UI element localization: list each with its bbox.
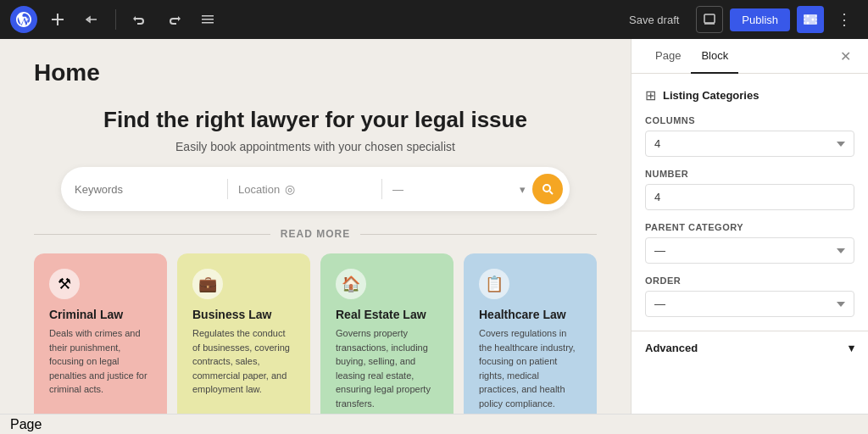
order-select[interactable]: — <box>645 291 854 317</box>
panel-close-button[interactable]: ✕ <box>837 45 854 68</box>
undo-button[interactable] <box>126 6 153 33</box>
card-desc-realestate: Governs property transactions, including… <box>336 326 438 410</box>
divider-line-right <box>360 234 597 235</box>
save-draft-button[interactable]: Save draft <box>619 8 689 31</box>
search-location-input[interactable]: Location ◎ <box>238 182 371 196</box>
search-divider-v <box>227 179 228 199</box>
toolbar: Save draft Publish ⋮ <box>0 0 868 39</box>
svg-point-12 <box>807 15 810 18</box>
svg-point-15 <box>543 185 550 192</box>
search-category-select[interactable]: — ▾ <box>392 183 526 196</box>
advanced-label: Advanced <box>645 342 698 354</box>
divider-line-left <box>34 234 270 235</box>
svg-rect-7 <box>704 14 715 23</box>
svg-line-16 <box>550 192 554 195</box>
card-title-criminal: Criminal Law <box>49 308 152 321</box>
parent-category-select[interactable]: — <box>645 237 854 264</box>
read-more-label: READ MORE <box>281 228 350 240</box>
tab-block[interactable]: Block <box>691 39 738 74</box>
card-title-healthcare: Healthcare Law <box>479 308 581 321</box>
search-go-button[interactable] <box>532 174 563 204</box>
status-page-label: Page <box>10 417 42 432</box>
category-card-realestate[interactable]: 🏠 Real Estate Law Governs property trans… <box>320 253 453 414</box>
panel-section-title: Listing Categories <box>663 89 759 102</box>
columns-select[interactable]: 4 <box>645 131 854 157</box>
svg-rect-6 <box>202 22 214 24</box>
location-text: Location <box>238 183 280 196</box>
listing-categories-icon: ⊞ <box>645 87 656 103</box>
category-card-business[interactable]: 💼 Business Law Regulates the conduct of … <box>177 253 310 414</box>
columns-label: COLUMNS <box>645 115 854 125</box>
categories-grid: ⚒ Criminal Law Deals with crimes and the… <box>34 253 597 414</box>
redo-button[interactable] <box>160 6 187 33</box>
card-desc-criminal: Deals with crimes and their punishment, … <box>49 326 152 410</box>
category-card-healthcare[interactable]: 📋 Healthcare Law Covers regulations in t… <box>464 253 597 414</box>
card-desc-healthcare: Covers regulations in the healthcare ind… <box>479 326 581 410</box>
panel-section-header: ⊞ Listing Categories <box>645 87 854 103</box>
search-divider-2 <box>381 179 382 199</box>
card-desc-business: Regulates the conduct of businesses, cov… <box>192 326 295 410</box>
card-icon-criminal: ⚒ <box>49 269 80 299</box>
tab-page[interactable]: Page <box>645 39 691 74</box>
svg-rect-4 <box>202 15 214 17</box>
svg-rect-10 <box>804 19 816 20</box>
chevron-down-icon: ▾ <box>520 183 526 196</box>
search-keyword-input[interactable] <box>75 183 217 196</box>
svg-point-14 <box>807 22 810 25</box>
card-icon-healthcare: 📋 <box>479 269 509 299</box>
publish-button[interactable]: Publish <box>730 8 790 31</box>
toolbar-divider-1 <box>115 9 116 30</box>
editor-area: Home Find the right lawyer for your lega… <box>0 39 631 414</box>
card-title-business: Business Law <box>192 308 295 321</box>
read-more-divider: READ MORE <box>34 228 597 240</box>
chevron-down-icon: ▾ <box>849 342 854 354</box>
status-bar: Page <box>0 414 868 434</box>
main-layout: Home Find the right lawyer for your lega… <box>0 39 868 414</box>
svg-rect-9 <box>804 15 816 17</box>
right-panel: Page Block ✕ ⊞ Listing Categories COLUMN… <box>631 39 868 414</box>
hero-section: Find the right lawyer for your legal iss… <box>34 107 597 211</box>
more-options-button[interactable]: ⋮ <box>831 6 858 33</box>
list-view-button[interactable] <box>194 6 221 33</box>
tools-button[interactable] <box>78 6 105 33</box>
card-title-realestate: Real Estate Law <box>336 308 438 321</box>
number-input[interactable] <box>645 184 854 210</box>
location-icon: ◎ <box>285 182 295 196</box>
number-label: NUMBER <box>645 169 854 179</box>
parent-category-label: PARENT CATEGORY <box>645 222 854 232</box>
panel-body: ⊞ Listing Categories COLUMNS 4 NUMBER PA… <box>632 74 868 331</box>
svg-rect-11 <box>804 22 816 24</box>
page-title: Home <box>34 59 597 86</box>
card-icon-business: 💼 <box>192 269 223 299</box>
hero-title: Find the right lawyer for your legal iss… <box>34 107 597 133</box>
order-label: ORDER <box>645 275 854 286</box>
category-text: — <box>392 183 403 196</box>
card-icon-realestate: 🏠 <box>336 269 366 299</box>
wp-logo[interactable] <box>10 6 37 33</box>
svg-point-13 <box>812 19 815 21</box>
svg-rect-1 <box>52 19 64 20</box>
svg-rect-5 <box>202 19 214 20</box>
hero-subtitle: Easily book appointments with your chose… <box>34 140 597 153</box>
search-bar: Location ◎ — ▾ <box>61 167 570 211</box>
settings-button[interactable] <box>797 6 824 33</box>
preview-button[interactable] <box>696 6 723 33</box>
panel-tabs: Page Block ✕ <box>632 39 868 74</box>
category-card-criminal[interactable]: ⚒ Criminal Law Deals with crimes and the… <box>34 253 167 414</box>
advanced-section[interactable]: Advanced ▾ <box>632 331 868 364</box>
add-block-toolbar-button[interactable] <box>44 6 71 33</box>
